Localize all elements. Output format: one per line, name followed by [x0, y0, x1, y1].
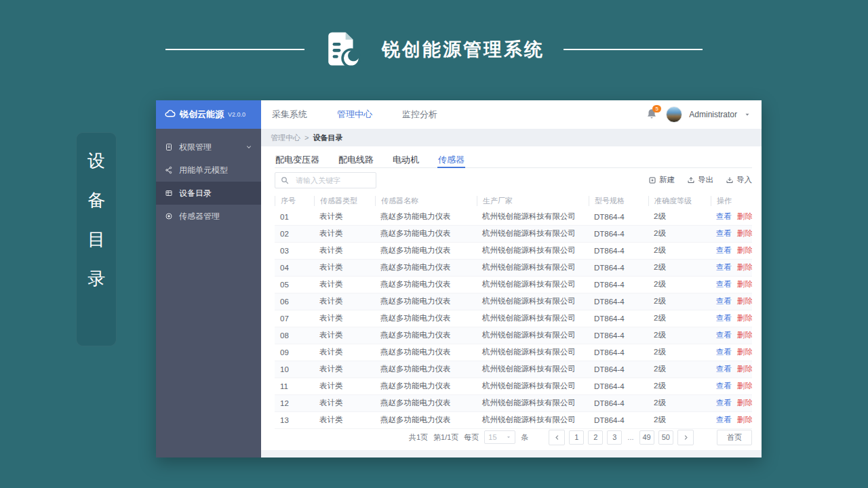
delete-link[interactable]: 删除: [737, 415, 752, 425]
per-page-select[interactable]: 15: [484, 430, 515, 444]
delete-link[interactable]: 删除: [737, 364, 752, 374]
delete-link[interactable]: 删除: [737, 330, 752, 340]
nav-monitoring-analysis[interactable]: 监控分析: [402, 108, 437, 121]
cell-no: 04: [275, 264, 314, 272]
cell-actions: 查看 删除: [711, 347, 752, 357]
new-button[interactable]: 新建: [648, 175, 675, 185]
pager-page-49[interactable]: 49: [639, 430, 654, 445]
view-link[interactable]: 查看: [716, 211, 732, 222]
nav-collection-system[interactable]: 采集系统: [272, 108, 307, 121]
delete-link[interactable]: 删除: [737, 228, 752, 239]
table-row: 04 表计类 燕赵多功能电力仪表 杭州锐创能源科技有限公司 DT864-4 2级…: [275, 260, 752, 277]
tab-distribution-line[interactable]: 配电线路: [338, 150, 374, 167]
sidebar-item-permissions[interactable]: 权限管理: [156, 136, 261, 159]
avatar[interactable]: [666, 106, 682, 123]
prev-page-button[interactable]: [549, 430, 565, 445]
next-page-button[interactable]: [677, 430, 694, 445]
cell-accuracy: 2级: [648, 262, 711, 272]
view-link[interactable]: 查看: [716, 347, 732, 357]
cell-model: DT864-4: [589, 213, 648, 221]
cell-model: DT864-4: [589, 399, 648, 407]
header-line-left: [165, 49, 304, 50]
tab-motor[interactable]: 电动机: [392, 150, 420, 167]
export-button[interactable]: 导出: [687, 175, 713, 185]
first-page-button[interactable]: 首页: [717, 430, 752, 445]
sidebar-item-label: 设备目录: [179, 188, 212, 199]
cell-actions: 查看 删除: [711, 313, 752, 323]
delete-link[interactable]: 删除: [737, 262, 752, 272]
delete-link[interactable]: 删除: [737, 245, 752, 256]
cell-type: 表计类: [314, 330, 375, 340]
username: Administrator: [689, 110, 737, 119]
nav-management-center[interactable]: 管理中心: [337, 108, 372, 121]
import-button[interactable]: 导入: [726, 175, 752, 185]
chevron-right-icon: [683, 434, 689, 441]
cell-no: 13: [275, 416, 314, 424]
delete-link[interactable]: 删除: [737, 211, 752, 222]
delete-link[interactable]: 删除: [737, 381, 752, 391]
select-caret-icon: [506, 434, 511, 440]
delete-link[interactable]: 删除: [737, 313, 752, 323]
search-input[interactable]: [294, 176, 370, 185]
cell-type: 表计类: [314, 313, 375, 323]
cell-model: DT864-4: [589, 348, 648, 357]
cell-manufacturer: 杭州锐创能源科技有限公司: [477, 245, 589, 256]
pager-page-50[interactable]: 50: [658, 430, 673, 445]
chevron-left-icon: [554, 434, 560, 441]
delete-link[interactable]: 删除: [737, 296, 752, 306]
main-area: 采集系统 管理中心 监控分析 5 Administrator 管理中心 > 设备…: [261, 100, 762, 458]
cell-manufacturer: 杭州锐创能源科技有限公司: [477, 347, 589, 357]
cell-model: DT864-4: [589, 298, 648, 306]
cell-name: 燕赵多功能电力仪表: [375, 313, 477, 323]
sidebar-item-sensor-management[interactable]: 传感器管理: [156, 205, 261, 228]
import-icon: [726, 176, 734, 184]
view-link[interactable]: 查看: [716, 279, 732, 289]
delete-link[interactable]: 删除: [737, 398, 752, 408]
cell-actions: 查看 删除: [711, 381, 752, 391]
pager-page-1[interactable]: 1: [569, 430, 584, 445]
view-link[interactable]: 查看: [716, 381, 732, 391]
pager-page-3[interactable]: 3: [607, 430, 622, 445]
breadcrumb-parent[interactable]: 管理中心: [271, 133, 300, 143]
sensor-icon: [165, 212, 173, 220]
cell-no: 05: [275, 281, 314, 289]
view-link[interactable]: 查看: [716, 415, 732, 425]
view-link[interactable]: 查看: [716, 296, 732, 306]
cell-no: 08: [275, 331, 314, 340]
tab-distribution-transformer[interactable]: 配电变压器: [275, 150, 320, 167]
tab-sensor[interactable]: 传感器: [437, 150, 465, 167]
notifications-bell-icon[interactable]: 5: [646, 108, 659, 121]
table-row: 12 表计类 燕赵多功能电力仪表 杭州锐创能源科技有限公司 DT864-4 2级…: [275, 395, 752, 412]
view-link[interactable]: 查看: [716, 245, 732, 256]
cell-no: 02: [275, 230, 314, 238]
cell-actions: 查看 删除: [711, 330, 752, 340]
view-link[interactable]: 查看: [716, 330, 732, 340]
cell-actions: 查看 删除: [711, 245, 752, 256]
cell-type: 表计类: [314, 415, 375, 425]
view-link[interactable]: 查看: [716, 398, 732, 408]
cell-model: DT864-4: [589, 416, 648, 424]
per-page-value: 15: [488, 433, 496, 441]
sidebar-item-energy-unit-model[interactable]: 用能单元模型: [156, 159, 261, 182]
topbar-right: 5 Administrator: [646, 106, 751, 123]
view-link[interactable]: 查看: [716, 228, 732, 239]
sidebar-item-device-catalog[interactable]: 设备目录: [156, 182, 261, 205]
view-link[interactable]: 查看: [716, 262, 732, 272]
caret-down-icon[interactable]: [744, 111, 751, 118]
view-link[interactable]: 查看: [716, 364, 732, 374]
cell-manufacturer: 杭州锐创能源科技有限公司: [477, 330, 589, 340]
table-row: 07 表计类 燕赵多功能电力仪表 杭州锐创能源科技有限公司 DT864-4 2级…: [275, 310, 752, 327]
delete-link[interactable]: 删除: [737, 347, 752, 357]
pager-page-2[interactable]: 2: [588, 430, 603, 445]
pager: 123...4950: [549, 430, 694, 445]
tag-char: 设: [87, 149, 105, 173]
view-link[interactable]: 查看: [716, 313, 732, 323]
per-page-suffix: 条: [521, 432, 528, 443]
table-row: 13 表计类 燕赵多功能电力仪表 杭州锐创能源科技有限公司 DT864-4 2级…: [275, 412, 752, 429]
cell-type: 表计类: [314, 245, 375, 256]
cell-no: 01: [275, 213, 314, 221]
table-row: 10 表计类 燕赵多功能电力仪表 杭州锐创能源科技有限公司 DT864-4 2级…: [275, 361, 752, 378]
document-icon: [165, 143, 173, 151]
delete-link[interactable]: 删除: [737, 279, 752, 289]
column-header-accuracy: 准确度等级: [648, 196, 711, 206]
